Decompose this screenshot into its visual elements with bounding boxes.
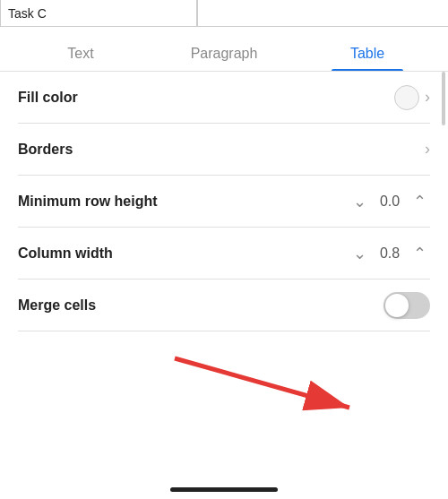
settings-panel: Fill color › Borders › Minimum row heigh… — [0, 72, 448, 331]
table-cell-task: Task C — [0, 0, 197, 26]
tab-table[interactable]: Table — [332, 46, 403, 71]
toggle-track — [383, 292, 430, 319]
min-row-height-decrease-button[interactable]: ⌄ — [349, 190, 370, 213]
table-cell-empty — [197, 0, 448, 26]
svg-line-1 — [175, 358, 349, 408]
fill-color-label: Fill color — [18, 90, 78, 106]
borders-chevron-icon: › — [425, 140, 430, 159]
merge-cells-toggle[interactable] — [383, 292, 430, 319]
column-width-label: Column width — [18, 245, 113, 262]
column-width-row: Column width ⌄ 0.8 ⌃ — [18, 228, 430, 280]
column-width-decrease-button[interactable]: ⌄ — [349, 242, 370, 265]
borders-row[interactable]: Borders › — [18, 124, 430, 176]
merge-cells-label: Merge cells — [18, 297, 96, 314]
borders-controls: › — [425, 140, 430, 159]
min-row-height-controls: ⌄ 0.0 ⌃ — [349, 190, 430, 213]
tab-text[interactable]: Text — [45, 46, 116, 71]
table-preview: Task C — [0, 0, 448, 27]
min-row-height-increase-button[interactable]: ⌃ — [409, 190, 430, 213]
fill-color-chevron-icon: › — [425, 88, 430, 107]
fill-color-swatch[interactable] — [394, 85, 419, 110]
home-indicator — [170, 487, 278, 492]
min-row-height-label: Minimum row height — [18, 194, 158, 210]
min-row-height-value: 0.0 — [375, 194, 404, 210]
column-width-increase-button[interactable]: ⌃ — [409, 242, 430, 265]
scrollbar[interactable] — [442, 72, 445, 125]
tab-bar: Text Paragraph Table — [0, 27, 448, 72]
column-width-value: 0.8 — [375, 245, 404, 262]
toggle-thumb — [385, 294, 409, 317]
borders-label: Borders — [18, 142, 73, 158]
tab-paragraph[interactable]: Paragraph — [188, 46, 260, 71]
merge-cells-controls — [383, 292, 430, 319]
column-width-controls: ⌄ 0.8 ⌃ — [349, 242, 430, 265]
fill-color-row[interactable]: Fill color › — [18, 72, 430, 124]
merge-cells-row: Merge cells — [18, 280, 430, 331]
min-row-height-row: Minimum row height ⌄ 0.0 ⌃ — [18, 176, 430, 228]
fill-color-controls: › — [394, 85, 430, 110]
